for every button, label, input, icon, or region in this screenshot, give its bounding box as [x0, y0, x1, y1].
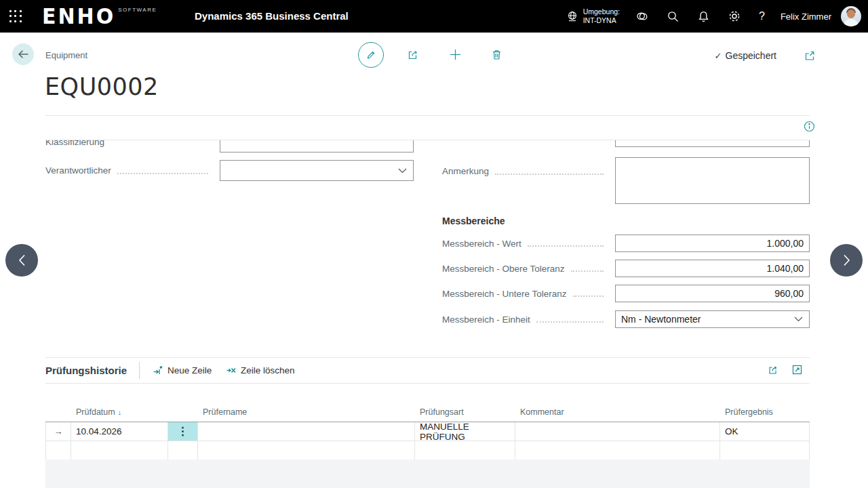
cell-pruefdatum[interactable]: 10.04.2026 [71, 422, 168, 441]
page-title: EQU0002 [45, 73, 159, 100]
messbereich-obere-toleranz-label-row: Messbereich - Obere Toleranz [442, 260, 610, 277]
cell-kommentar[interactable] [515, 441, 720, 460]
gear-icon [728, 9, 741, 23]
cell-pruefername[interactable] [198, 441, 415, 460]
header-spacer [45, 403, 71, 422]
plus-icon [449, 48, 462, 61]
app-title[interactable]: Dynamics 365 Business Central [195, 10, 349, 22]
next-record-button[interactable] [830, 244, 863, 277]
save-status-label: Gespeichert [726, 50, 776, 61]
anmerkung-textarea[interactable] [615, 157, 810, 204]
history-header-bottom-divider [45, 383, 810, 384]
current-row-indicator: → [45, 422, 71, 441]
cell-kommentar[interactable] [515, 422, 720, 441]
messbereich-untere-toleranz-label: Messbereich - Untere Toleranz [442, 289, 567, 299]
new-line-button[interactable]: Neue Zeile [152, 365, 212, 376]
new-line-label: Neue Zeile [167, 365, 212, 375]
settings-button[interactable] [719, 0, 750, 33]
history-section-title: Prüfungshistorie [45, 365, 127, 376]
anmerkung-label: Anmerkung [442, 166, 489, 176]
cell-options-selected[interactable] [168, 422, 198, 441]
dotted-leader [571, 270, 604, 272]
history-section-top-divider [45, 357, 810, 358]
section-separator [139, 362, 140, 379]
messbereich-wert-label-row: Messbereich - Wert [442, 235, 610, 252]
column-header-pruefdatum[interactable]: Prüfdatum ↓ [71, 403, 168, 422]
clipped-right-field[interactable] [615, 140, 810, 147]
chevron-down-icon [794, 317, 803, 322]
info-icon[interactable] [804, 121, 815, 132]
table-row-empty [45, 441, 810, 460]
help-button[interactable]: ? [750, 0, 774, 33]
klassifizierung-field[interactable]: WICHTIG [220, 140, 414, 152]
verantwortlicher-combobox[interactable] [220, 160, 414, 181]
delete-line-button[interactable]: Zeile löschen [225, 365, 295, 376]
column-header-pruefergebnis[interactable]: Prüfergebnis [720, 403, 810, 422]
chevron-down-icon [398, 168, 407, 174]
dotted-leader [573, 296, 604, 297]
messbereich-untere-toleranz-field[interactable]: 960,00 [615, 285, 810, 302]
column-header-pruefername[interactable]: Prüfername [198, 403, 415, 422]
app-bar: ENHO SOFTWARE Dynamics 365 Business Cent… [0, 0, 868, 33]
cell-pruefername[interactable] [198, 422, 415, 441]
environment-label: Umgebung: [583, 7, 620, 16]
dotted-leader [117, 173, 208, 174]
messbereich-wert-label: Messbereich - Wert [442, 239, 521, 249]
user-name[interactable]: Felix Zimmer [774, 12, 838, 22]
maximize-subpage-button[interactable] [791, 364, 803, 375]
environment-switcher[interactable]: Umgebung: INT-DYNA [559, 0, 627, 33]
edit-button[interactable] [358, 42, 384, 68]
delete-line-icon [225, 365, 237, 376]
previous-record-button[interactable] [5, 244, 38, 277]
pruefungshistorie-table: Prüfdatum ↓ Prüfername Prüfungsart Komme… [45, 403, 810, 460]
messbereich-obere-toleranz-field[interactable]: 1.040,00 [615, 260, 810, 277]
trash-icon [490, 48, 504, 61]
new-button[interactable] [449, 48, 462, 62]
subpage-footer-area [45, 460, 810, 488]
save-status: ✓ Gespeichert [715, 50, 776, 61]
cell-options[interactable] [168, 441, 198, 460]
share-icon [406, 48, 420, 62]
environment-name: INT-DYNA [583, 16, 616, 24]
table-row: → 10.04.2026 MANUELLE PRÜFUNG OK [45, 422, 810, 441]
cell-pruefdatum[interactable] [71, 441, 168, 460]
table-header-row: Prüfdatum ↓ Prüfername Prüfungsart Komme… [45, 403, 810, 422]
app-launcher-icon[interactable] [8, 9, 23, 24]
delete-line-label: Zeile löschen [241, 365, 295, 375]
cell-pruefungsart[interactable]: MANUELLE PRÜFUNG [415, 422, 515, 441]
messbereich-einheit-select[interactable]: Nm - Newtonmeter [615, 310, 810, 328]
messbereiche-section-title: Messbereiche [442, 216, 505, 226]
share-button[interactable] [406, 48, 420, 62]
brand-suffix: SOFTWARE [118, 7, 157, 13]
cell-pruefungsart[interactable] [415, 441, 515, 460]
dotted-leader [528, 245, 604, 247]
messbereich-obere-toleranz-label: Messbereich - Obere Toleranz [442, 264, 565, 274]
cell-pruefergebnis[interactable] [720, 441, 810, 460]
header-divider [45, 115, 810, 116]
search-button[interactable] [658, 0, 688, 33]
klassifizierung-label: Klassifizierung [45, 140, 104, 148]
sort-descending-icon: ↓ [118, 408, 122, 416]
pencil-icon [365, 49, 377, 61]
globe-icon [566, 10, 578, 22]
dotted-leader [495, 174, 604, 175]
breadcrumb[interactable]: Equipment [45, 50, 87, 60]
column-header-kommentar[interactable]: Kommentar [515, 403, 720, 422]
question-mark-icon: ? [759, 10, 765, 22]
messbereich-einheit-label-row: Messbereich - Einheit [442, 310, 610, 328]
notifications-button[interactable] [688, 0, 719, 33]
messbereich-einheit-label: Messbereich - Einheit [442, 314, 530, 325]
share-subpage-button[interactable] [767, 364, 779, 376]
copilot-button[interactable] [627, 0, 658, 33]
row-arrow-icon: → [54, 426, 63, 436]
user-avatar[interactable] [841, 6, 861, 26]
check-icon: ✓ [715, 51, 722, 61]
cell-pruefergebnis[interactable]: OK [720, 422, 810, 441]
verantwortlicher-label-row: Verantwortlicher [45, 160, 215, 181]
open-in-new-window-button[interactable] [804, 49, 816, 62]
verantwortlicher-label: Verantwortlicher [45, 165, 111, 176]
back-button[interactable] [12, 43, 34, 65]
messbereich-wert-field[interactable]: 1.000,00 [615, 235, 810, 252]
column-header-pruefungsart[interactable]: Prüfungsart [415, 403, 515, 422]
delete-button[interactable] [490, 48, 504, 62]
